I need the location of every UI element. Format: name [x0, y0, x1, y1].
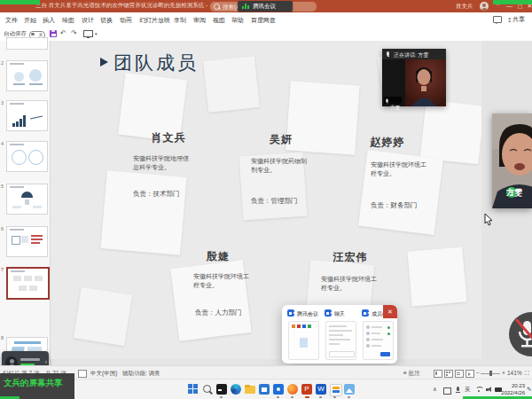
- tab-help[interactable]: 帮助: [231, 16, 244, 25]
- dark-app-icon[interactable]: [216, 384, 227, 395]
- undo-icon[interactable]: ↶: [60, 29, 66, 37]
- photos-app-icon[interactable]: [344, 384, 355, 395]
- running-indicator: [291, 396, 293, 398]
- mic-icon: [387, 51, 389, 56]
- slide-thumbnail-partial[interactable]: [6, 37, 48, 50]
- slide-tile: [407, 246, 466, 306]
- slide-thumbnail-5[interactable]: [6, 184, 48, 215]
- slide-thumbnail-6[interactable]: [6, 226, 48, 257]
- preview-thumbnail[interactable]: [363, 321, 394, 360]
- archiver-app-icon[interactable]: [330, 384, 342, 396]
- member-desc: 安徽科技学院环境工程专业。: [321, 275, 381, 293]
- accessibility-checker-icon[interactable]: [78, 370, 87, 378]
- share-button[interactable]: ↥共享: [507, 15, 525, 24]
- screen-share-indicator[interactable]: 文兵的屏幕共享: [0, 373, 74, 399]
- slide-thumbnail-4[interactable]: [6, 141, 48, 172]
- mic-muted-indicator[interactable]: [509, 312, 532, 356]
- slide-thumbnail-3[interactable]: [6, 100, 48, 131]
- normal-view-icon[interactable]: [434, 370, 442, 378]
- zoom-level[interactable]: 141%: [507, 370, 522, 376]
- member-role: 负责：技术部门: [133, 190, 180, 199]
- meeting-app-icon: [362, 309, 369, 317]
- notes-toggle[interactable]: ≡ 批注: [403, 370, 420, 378]
- collapse-chevron-icon[interactable]: ‹: [45, 359, 47, 365]
- ppt-status-bar: 幻灯片 第 7 张，共 21 张 中文(中国) 辅助功能: 调查 ≡ 批注 − …: [0, 365, 532, 379]
- preview-main-window[interactable]: 腾讯会议: [287, 309, 321, 359]
- tab-home[interactable]: 开始: [24, 16, 36, 25]
- taskbar-clock[interactable]: 20:23 2022/4/26: [493, 382, 525, 396]
- file-explorer-icon[interactable]: [245, 384, 255, 395]
- word-icon[interactable]: W: [316, 384, 326, 395]
- speaking-header-label: 正在讲话: 方雯: [394, 51, 428, 59]
- start-button[interactable]: [188, 384, 199, 395]
- preview-thumbnail[interactable]: [288, 321, 319, 360]
- preview-title: 聊天: [334, 310, 345, 318]
- store-app-icon[interactable]: [259, 384, 270, 395]
- search-taskbar-icon[interactable]: [202, 384, 213, 395]
- account-avatar[interactable]: [480, 2, 489, 11]
- slideshow-view-icon[interactable]: [466, 370, 474, 378]
- tray-app-icon[interactable]: [443, 387, 451, 395]
- preview-chat-window[interactable]: 聊天: [325, 309, 358, 359]
- zoom-out-button[interactable]: −: [476, 370, 480, 376]
- zoom-in-button[interactable]: +: [502, 370, 505, 376]
- tray-expand-chevron[interactable]: ∧: [433, 386, 437, 393]
- redo-icon[interactable]: ↷: [71, 29, 77, 37]
- fit-to-window-icon[interactable]: ⛶: [525, 370, 529, 377]
- member-desc: 安徽科技学院药物制剂专业。: [251, 157, 308, 175]
- meeting-floating-badge[interactable]: 腾讯会议: [238, 1, 293, 12]
- slide-thumbnail-2[interactable]: [6, 60, 48, 91]
- slide-sorter-view-icon[interactable]: [444, 370, 453, 378]
- screen: 三自 肖文兵基于高光谱技术的农作物营养状况诊断的无损检测系统 - 搜索(Alt+…: [0, 0, 532, 399]
- tab-design[interactable]: 设计: [82, 16, 94, 25]
- meeting-app-icon: [325, 309, 332, 317]
- edge-browser-icon[interactable]: [231, 384, 241, 395]
- running-indicator: [348, 396, 350, 398]
- slide-thumbnail-7-selected[interactable]: [6, 267, 50, 300]
- start-slideshow-icon[interactable]: [83, 30, 93, 37]
- account-name[interactable]: 肖文兵: [456, 3, 473, 11]
- slide-tile: [100, 170, 186, 255]
- firefox-icon[interactable]: [287, 384, 298, 395]
- powerpoint-icon[interactable]: P: [301, 384, 312, 395]
- speaker-video-panel[interactable]: 正在讲话: 方雯 方雯: [382, 49, 446, 106]
- tab-review[interactable]: 审阅: [193, 16, 206, 25]
- running-indicator: [277, 396, 279, 398]
- running-indicator: [220, 396, 223, 398]
- running-indicator: [333, 396, 336, 398]
- blue-app-icon[interactable]: [273, 384, 284, 395]
- meeting-windows-preview-popup[interactable]: 腾讯会议 聊天 成员(58): [282, 305, 397, 364]
- share-border-top-right: [493, 0, 532, 4]
- preview-thumbnail[interactable]: [325, 321, 356, 360]
- pen-tray-icon[interactable]: ✎: [527, 386, 531, 393]
- mic-muted-icon: [509, 312, 532, 356]
- zoom-slider-thumb[interactable]: [489, 371, 492, 376]
- member-name: 汪宏伟: [324, 250, 377, 265]
- language-indicator[interactable]: 中文(中国): [90, 370, 117, 378]
- member-role: 负责：人力部门: [195, 309, 242, 317]
- ime-indicator[interactable]: 英: [465, 386, 471, 394]
- comments-icon[interactable]: [493, 16, 502, 23]
- tab-view[interactable]: 视图: [213, 16, 225, 25]
- ppt-titlebar: 三自 肖文兵基于高光谱技术的农作物营养状况诊断的无损检测系统 - 搜索(Alt+…: [0, 0, 532, 12]
- reading-view-icon[interactable]: [455, 370, 464, 378]
- save-icon[interactable]: [50, 30, 57, 37]
- tab-slideshow[interactable]: 幻灯片放映: [139, 16, 170, 25]
- accessibility-status[interactable]: 辅助功能: 调查: [122, 370, 160, 378]
- search-icon: [214, 4, 220, 10]
- tab-draw[interactable]: 绘图: [62, 16, 74, 25]
- mouse-cursor: [484, 214, 493, 226]
- slide-thumbnail-panel: 2 3 4 5 6: [0, 41, 51, 365]
- tab-record[interactable]: 录制: [174, 16, 186, 25]
- tab-animations[interactable]: 动画: [120, 16, 132, 25]
- member-role: 负责：管理部门: [251, 197, 298, 206]
- customize-qat-icon[interactable]: ▾: [95, 31, 98, 36]
- tab-insert[interactable]: 插入: [43, 16, 55, 25]
- thumb-number: 2: [1, 60, 4, 66]
- tab-baidu-netdisk[interactable]: 百度网盘: [251, 16, 276, 25]
- tab-transitions[interactable]: 切换: [100, 16, 113, 25]
- running-indicator-active: [305, 396, 309, 398]
- tab-file[interactable]: 文件: [5, 16, 18, 25]
- clock-date: 2022/4/26: [493, 389, 525, 396]
- preview-close-button[interactable]: ✕: [383, 305, 397, 318]
